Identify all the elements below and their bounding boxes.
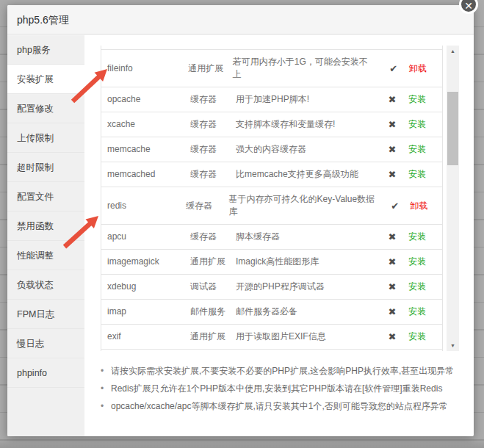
extension-description: 用于加速PHP脚本! (236, 93, 376, 106)
bullet-icon: • (101, 380, 111, 397)
sidebar-item-label: 配置文件 (17, 192, 54, 202)
extension-action: 安装 (408, 143, 442, 156)
extension-name: xcache (101, 118, 190, 131)
sidebar-item[interactable]: 配置修改 (7, 94, 84, 123)
action-link[interactable]: 安装 (408, 231, 426, 242)
extension-row: xcache 缓存器 支持脚本缓存和变量缓存! ✖ 安装 (101, 112, 442, 137)
action-link[interactable]: 安装 (408, 169, 426, 179)
install-status-icon: ✔ (380, 200, 411, 212)
action-link[interactable]: 卸载 (409, 63, 427, 73)
install-status-icon: ✖ (376, 118, 408, 131)
sidebar-item-label: 性能调整 (17, 250, 54, 261)
extension-type: 缓存器 (190, 168, 236, 181)
extension-rows: fileinfo 通用扩展 若可用内存小于1G，可能会安装不上 ✔ 卸载 opc… (101, 50, 442, 350)
extension-name: apcu (101, 231, 190, 243)
sidebar-menu: php服务 安装扩展 配置修改 上传限制 超时限制 配置文件 禁用函数 性能调整… (7, 35, 84, 436)
install-status-icon: ✔ (378, 62, 409, 75)
note-item: • Redis扩展只允许在1个PHP版本中使用,安装到其它PHP版本请在[软件管… (101, 380, 462, 397)
extension-type: 缓存器 (190, 118, 236, 131)
extension-type: 通用扩展 (190, 330, 236, 343)
sidebar-item[interactable]: phpinfo (7, 358, 84, 388)
install-status-icon: ✖ (376, 330, 408, 343)
extension-name: xdebug (101, 281, 190, 293)
sidebar-item[interactable]: 负载状态 (7, 270, 84, 300)
extension-action: 安装 (408, 231, 442, 243)
install-status-icon: ✖ (376, 306, 408, 318)
extension-row: opcache 缓存器 用于加速PHP脚本! ✖ 安装 (101, 87, 442, 112)
extension-name: imagemagick (101, 256, 190, 268)
extension-name: opcache (101, 93, 190, 106)
extension-row: fileinfo 通用扩展 若可用内存小于1G，可能会安装不上 ✔ 卸载 (101, 50, 442, 87)
note-text: Redis扩展只允许在1个PHP版本中使用,安装到其它PHP版本请在[软件管理]… (111, 380, 442, 397)
extension-action: 安装 (408, 93, 442, 106)
php-manage-dialog: ✕ php5.6管理 php服务 安装扩展 配置修改 上传限制 超时限制 配置文… (7, 5, 474, 436)
sidebar-item-label: 上传限制 (17, 133, 54, 143)
extension-description: 用于读取图片EXIF信息 (236, 330, 376, 343)
sidebar-item-label: 禁用函数 (17, 221, 54, 231)
action-link[interactable]: 安装 (408, 281, 426, 292)
bullet-icon: • (101, 362, 111, 380)
sidebar-item-label: php服务 (17, 45, 51, 55)
install-status-icon: ✖ (376, 256, 408, 268)
extension-type: 通用扩展 (190, 256, 236, 268)
sidebar-item-label: 负载状态 (17, 280, 54, 290)
action-link[interactable]: 安装 (408, 119, 426, 129)
action-link[interactable]: 安装 (408, 94, 426, 104)
action-link[interactable]: 安装 (408, 256, 426, 267)
bullet-icon: • (101, 397, 111, 415)
scroll-up-icon[interactable]: ▲ (447, 46, 459, 57)
action-link[interactable]: 安装 (408, 144, 426, 154)
sidebar-item[interactable]: 配置文件 (7, 182, 84, 212)
extension-description: 若可用内存小于1G，可能会安装不上 (233, 56, 378, 81)
sidebar-item[interactable]: 上传限制 (7, 123, 84, 153)
extension-type: 调试器 (190, 281, 236, 293)
sidebar-item[interactable]: FPM日志 (7, 300, 84, 329)
notes-list: • 请按实际需求安装扩展,不要安装不必要的PHP扩展,这会影响PHP执行效率,甚… (101, 362, 462, 415)
extension-name: redis (101, 200, 186, 212)
extension-action: 安装 (408, 168, 442, 181)
sidebar-item-label: 配置修改 (17, 104, 54, 114)
sidebar-item[interactable]: 禁用函数 (7, 212, 84, 241)
sidebar-item[interactable]: 安装扩展 (7, 65, 84, 94)
extension-description: 支持脚本缓存和变量缓存! (236, 118, 376, 131)
sidebar-item[interactable]: 慢日志 (7, 329, 84, 358)
extension-description: 强大的内容缓存器 (236, 143, 376, 156)
sidebar-item[interactable]: 性能调整 (7, 241, 84, 270)
extension-description: 邮件服务器必备 (236, 306, 376, 318)
extension-description: 脚本缓存器 (236, 231, 376, 243)
extension-row: memcache 缓存器 强大的内容缓存器 ✖ 安装 (101, 137, 442, 162)
extension-name: memcache (101, 143, 190, 156)
dialog-titlebar: php5.6管理 (7, 5, 474, 35)
extension-row: imagemagick 通用扩展 Imagick高性能图形库 ✖ 安装 (101, 250, 442, 275)
backdrop-shade (0, 438, 484, 448)
sidebar-item-label: 慢日志 (17, 339, 45, 349)
dialog-title: php5.6管理 (7, 5, 474, 35)
action-link[interactable]: 安装 (408, 306, 426, 317)
extension-name: memcached (101, 168, 190, 181)
sidebar-item-label: FPM日志 (17, 309, 54, 319)
sidebar-item-label: 超时限制 (17, 162, 54, 173)
install-status-icon: ✖ (376, 281, 408, 293)
sidebar-item-label: 安装扩展 (17, 74, 54, 84)
extension-description: 开源的PHP程序调试器 (236, 281, 376, 293)
extension-table: fileinfo 通用扩展 若可用内存小于1G，可能会安装不上 ✔ 卸载 opc… (101, 46, 443, 351)
sidebar-item[interactable]: php服务 (7, 35, 84, 65)
action-link[interactable]: 安装 (408, 331, 426, 342)
extension-type: 缓存器 (190, 143, 236, 156)
scroll-down-icon[interactable]: ▼ (447, 340, 459, 351)
extension-action: 安装 (408, 118, 442, 131)
sidebar-item-label: phpinfo (17, 368, 47, 378)
extension-row: apcu 缓存器 脚本缓存器 ✖ 安装 (101, 225, 442, 250)
scrollbar-thumb[interactable] (447, 92, 458, 165)
extension-type: 缓存器 (186, 200, 229, 212)
install-status-icon: ✖ (376, 143, 408, 156)
extension-action: 安装 (408, 306, 442, 318)
action-link[interactable]: 卸载 (410, 200, 427, 211)
extension-row: imap 邮件服务 邮件服务器必备 ✖ 安装 (101, 300, 442, 325)
extension-type: 缓存器 (190, 231, 236, 243)
extension-type: 缓存器 (190, 93, 236, 106)
sidebar-item[interactable]: 超时限制 (7, 153, 84, 182)
table-scrollbar[interactable]: ▲ ▼ (447, 46, 459, 351)
extension-type: 邮件服务 (190, 306, 236, 318)
install-status-icon: ✖ (376, 168, 408, 181)
